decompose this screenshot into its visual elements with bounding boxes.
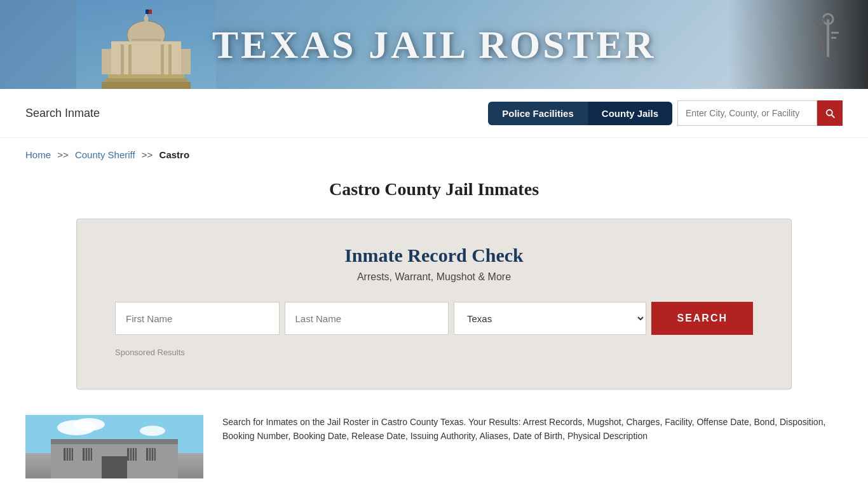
police-facilities-button[interactable]: Police Facilities (488, 102, 588, 125)
svg-point-25 (73, 418, 105, 431)
svg-rect-32 (71, 448, 72, 461)
breadcrumb-sep-2: >> (142, 149, 153, 160)
record-check-section: Inmate Record Check Arrests, Warrant, Mu… (76, 219, 792, 390)
breadcrumb-county-sheriff[interactable]: County Sheriff (75, 149, 135, 160)
breadcrumb-current: Castro (159, 149, 190, 160)
search-inmate-label: Search Inmate (25, 107, 100, 120)
keys-image (728, 0, 868, 89)
record-check-subtitle: Arrests, Warrant, Mugshot & More (115, 271, 753, 283)
bottom-description: Search for Inmates on the Jail Roster in… (222, 415, 843, 444)
svg-rect-12 (102, 82, 191, 89)
svg-rect-6 (121, 44, 124, 74)
svg-rect-42 (148, 448, 149, 461)
svg-rect-28 (51, 439, 178, 444)
site-title: Texas Jail Roster (212, 22, 656, 67)
svg-rect-34 (85, 448, 86, 461)
svg-rect-8 (161, 44, 164, 74)
site-banner: Texas Jail Roster (0, 0, 868, 89)
page-title: Castro County Jail Inmates (0, 179, 868, 200)
svg-rect-40 (134, 448, 135, 461)
keys-icon (804, 13, 855, 76)
svg-rect-16 (146, 10, 149, 14)
svg-rect-13 (144, 19, 148, 35)
first-name-input[interactable] (115, 302, 280, 335)
svg-rect-39 (132, 448, 133, 461)
capitol-icon (76, 0, 216, 89)
facility-search-button[interactable] (817, 100, 843, 126)
page-title-section: Castro County Jail Inmates (0, 166, 868, 206)
navbar: Search Inmate Police Facilities County J… (0, 89, 868, 138)
svg-rect-21 (817, 22, 825, 57)
record-search-button[interactable]: SEARCH (651, 302, 753, 335)
facility-search-input[interactable] (677, 100, 817, 126)
svg-rect-7 (128, 44, 132, 74)
svg-rect-36 (90, 448, 91, 461)
svg-rect-38 (129, 448, 130, 461)
svg-rect-19 (831, 32, 839, 34)
breadcrumb-sep-1: >> (57, 149, 69, 160)
record-check-title: Inmate Record Check (115, 245, 753, 266)
state-select[interactable]: AlabamaAlaskaArizonaArkansasCaliforniaCo… (454, 302, 646, 335)
breadcrumb: Home >> County Sheriff >> Castro (0, 138, 868, 166)
svg-rect-31 (68, 448, 69, 461)
last-name-input[interactable] (285, 302, 449, 335)
jail-thumbnail (25, 415, 203, 478)
sponsored-results-label: Sponsored Results (115, 348, 753, 357)
svg-rect-35 (87, 448, 88, 461)
svg-rect-11 (105, 78, 187, 82)
bottom-section: Search for Inmates on the Jail Roster in… (0, 402, 868, 488)
svg-rect-9 (168, 44, 172, 74)
svg-rect-43 (151, 448, 152, 461)
svg-rect-45 (102, 456, 127, 478)
county-jails-button[interactable]: County Jails (588, 102, 672, 125)
record-check-form: AlabamaAlaskaArizonaArkansasCaliforniaCo… (115, 302, 753, 335)
jail-building-image (25, 415, 203, 478)
svg-rect-30 (65, 448, 67, 461)
svg-rect-10 (108, 74, 184, 78)
svg-rect-44 (153, 448, 154, 461)
breadcrumb-home[interactable]: Home (25, 149, 51, 160)
svg-point-26 (140, 426, 165, 436)
svg-rect-20 (831, 37, 836, 39)
nav-controls: Police Facilities County Jails (488, 100, 843, 126)
facility-search-wrap (677, 100, 843, 126)
search-icon (824, 107, 836, 119)
